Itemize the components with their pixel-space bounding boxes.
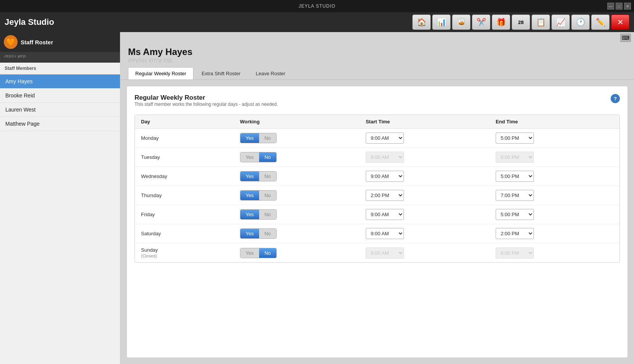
minimize-button[interactable]: — [607,3,614,10]
start-time-select-thursday[interactable]: 7:00 AM7:30 AM8:00 AM8:30 AM9:00 AM9:30 … [366,190,404,201]
staff-list: Amy Hayes Brooke Reid Lauren West Matthe… [0,74,120,131]
edit-button[interactable]: ✏️ [591,15,610,30]
chart-button[interactable]: 📊 [432,15,451,30]
keyboard-icon-bar: ⌨ [120,32,634,44]
main-layout: 🧡 Staff Roster ɹəʇsoɹ ɟɟɐʇs Staff Member… [0,32,634,364]
sidebar: 🧡 Staff Roster ɹəʇsoɹ ɟɟɐʇs Staff Member… [0,32,120,364]
cell-working-tuesday: YesNo [234,148,360,167]
cell-end-saturday: 7:00 AM7:30 AM8:00 AM8:30 AM9:00 AM9:30 … [490,224,619,243]
clock-button[interactable]: 🕐 [571,15,590,30]
gift-button[interactable]: 🎁 [492,15,510,30]
cell-day-thursday: Thursday [135,186,234,205]
cell-start-sunday: 7:00 AM7:30 AM8:00 AM8:30 AM9:00 AM9:30 … [360,243,490,263]
no-button-saturday[interactable]: No [259,229,276,238]
no-button-wednesday[interactable]: No [259,171,276,181]
roster-subtitle: This staff member works the following re… [135,102,278,107]
cell-day-friday: Friday [135,205,234,224]
tab-regular-weekly-roster[interactable]: Regular Weekly Roster [128,67,193,79]
start-time-select-friday[interactable]: 7:00 AM7:30 AM8:00 AM8:30 AM9:00 AM9:30 … [366,209,404,220]
sidebar-item-amy-hayes[interactable]: Amy Hayes [0,74,120,89]
maximize-button[interactable]: □ [616,3,623,10]
roster-header: Regular Weekly Roster This staff member … [135,94,620,113]
day-label: Sunday [141,247,158,253]
day-label: Monday [141,135,159,141]
cell-day-saturday: Saturday [135,224,234,243]
cell-end-sunday: 7:00 AM7:30 AM8:00 AM8:30 AM9:00 AM9:30 … [490,243,619,263]
table-row: WednesdayYesNo7:00 AM7:30 AM8:00 AM8:30 … [135,167,619,186]
end-time-select-wednesday[interactable]: 7:00 AM7:30 AM8:00 AM8:30 AM9:00 AM9:30 … [496,171,534,182]
staff-name-title: Ms Amy Hayes [128,47,626,57]
no-button-friday[interactable]: No [259,210,276,219]
cell-start-monday: 7:00 AM7:30 AM8:00 AM8:30 AM9:00 AM9:30 … [360,129,490,148]
end-time-select-friday[interactable]: 7:00 AM7:30 AM8:00 AM8:30 AM9:00 AM9:30 … [496,209,534,220]
yes-button-wednesday[interactable]: Yes [240,171,259,181]
calendar-button[interactable]: 28 [512,15,530,30]
day-label: Friday [141,212,155,217]
scissors-button[interactable]: ✂️ [472,15,490,30]
end-time-select-sunday: 7:00 AM7:30 AM8:00 AM8:30 AM9:00 AM9:30 … [496,248,534,259]
tabs-bar: Regular Weekly Roster Extra Shift Roster… [120,67,634,80]
roster-panel: Regular Weekly Roster This staff member … [126,86,628,358]
yes-button-saturday[interactable]: Yes [240,229,259,238]
day-label: Thursday [141,193,162,198]
start-time-select-wednesday[interactable]: 7:00 AM7:30 AM8:00 AM8:30 AM9:00 AM9:30 … [366,171,404,182]
drinks-button[interactable]: 🥃 [452,15,470,30]
yes-button-monday[interactable]: Yes [240,133,259,143]
sidebar-ghost-text: ɹəʇsoɹ ɟɟɐʇs [4,53,26,58]
cell-working-wednesday: YesNo [234,167,360,186]
sidebar-item-lauren-west[interactable]: Lauren West [0,103,120,117]
day-label: Saturday [141,231,161,236]
no-button-tuesday[interactable]: No [259,152,276,162]
no-button-monday[interactable]: No [259,133,276,143]
sidebar-ghost: ɹəʇsoɹ ɟɟɐʇs [0,52,120,63]
end-time-select-saturday[interactable]: 7:00 AM7:30 AM8:00 AM8:30 AM9:00 AM9:30 … [496,228,534,239]
end-time-select-monday[interactable]: 7:00 AM7:30 AM8:00 AM8:30 AM9:00 AM9:30 … [496,133,534,144]
roster-title: Regular Weekly Roster [135,94,278,102]
roster-table: Day Working Start Time End Time MondayYe… [135,115,619,262]
yes-button-tuesday[interactable]: Yes [240,152,259,162]
end-time-select-tuesday: 7:00 AM7:30 AM8:00 AM8:30 AM9:00 AM9:30 … [496,152,534,163]
cell-end-monday: 7:00 AM7:30 AM8:00 AM8:30 AM9:00 AM9:30 … [490,129,619,148]
close-window-button[interactable]: ✕ [624,3,631,10]
sidebar-item-matthew-page[interactable]: Matthew Page [0,117,120,131]
close-red-button[interactable]: ✕ [611,15,629,30]
cell-day-sunday: Sunday(Closed) [135,243,234,263]
keyboard-icon[interactable]: ⌨ [620,34,631,42]
yes-button-friday[interactable]: Yes [240,210,259,219]
title-bar-controls: — □ ✕ [607,3,631,10]
yes-button-sunday[interactable]: Yes [240,248,259,258]
cell-end-tuesday: 7:00 AM7:30 AM8:00 AM8:30 AM9:00 AM9:30 … [490,148,619,167]
roster-table-wrapper: Day Working Start Time End Time MondayYe… [135,115,620,263]
help-icon[interactable]: ? [611,94,620,103]
end-time-select-thursday[interactable]: 7:00 AM7:30 AM8:00 AM8:30 AM9:00 AM9:30 … [496,190,534,201]
cell-day-wednesday: Wednesday [135,167,234,186]
col-day: Day [135,115,234,129]
start-time-select-monday[interactable]: 7:00 AM7:30 AM8:00 AM8:30 AM9:00 AM9:30 … [366,133,404,144]
toggle-group-sunday: YesNo [240,248,277,258]
toggle-group-saturday: YesNo [240,228,277,239]
toolbar: 🏠 📊 🥃 ✂️ 🎁 28 📋 📈 🕐 ✏️ ✕ [412,15,629,30]
tab-leave-roster[interactable]: Leave Roster [248,67,292,79]
cell-working-thursday: YesNo [234,186,360,205]
table-row: TuesdayYesNo7:00 AM7:30 AM8:00 AM8:30 AM… [135,148,619,167]
sidebar-logo-area: 🧡 Staff Roster [0,32,120,52]
start-time-select-sunday: 7:00 AM7:30 AM8:00 AM8:30 AM9:00 AM9:30 … [366,248,404,259]
no-button-thursday[interactable]: No [259,191,276,200]
tab-extra-shift-roster[interactable]: Extra Shift Roster [194,67,248,79]
table-row: SaturdayYesNo7:00 AM7:30 AM8:00 AM8:30 A… [135,224,619,243]
home-button[interactable]: 🏠 [412,15,431,30]
toggle-group-tuesday: YesNo [240,152,277,162]
sidebar-logo-text: Staff Roster [21,39,53,45]
staff-members-label: Staff Members [0,63,120,74]
no-button-sunday[interactable]: No [259,248,276,258]
yes-button-thursday[interactable]: Yes [240,191,259,200]
start-time-select-saturday[interactable]: 7:00 AM7:30 AM8:00 AM8:30 AM9:00 AM9:30 … [366,228,404,239]
document-button[interactable]: 📋 [532,15,550,30]
stats-button[interactable]: 📈 [551,15,570,30]
col-start-time: Start Time [360,115,490,129]
cell-end-thursday: 7:00 AM7:30 AM8:00 AM8:30 AM9:00 AM9:30 … [490,186,619,205]
title-bar: JEYLA STUDIO — □ ✕ [0,0,634,12]
day-label: Wednesday [141,173,167,179]
sidebar-item-brooke-reid[interactable]: Brooke Reid [0,89,120,103]
app-name: Jeyla Studio [5,17,54,27]
